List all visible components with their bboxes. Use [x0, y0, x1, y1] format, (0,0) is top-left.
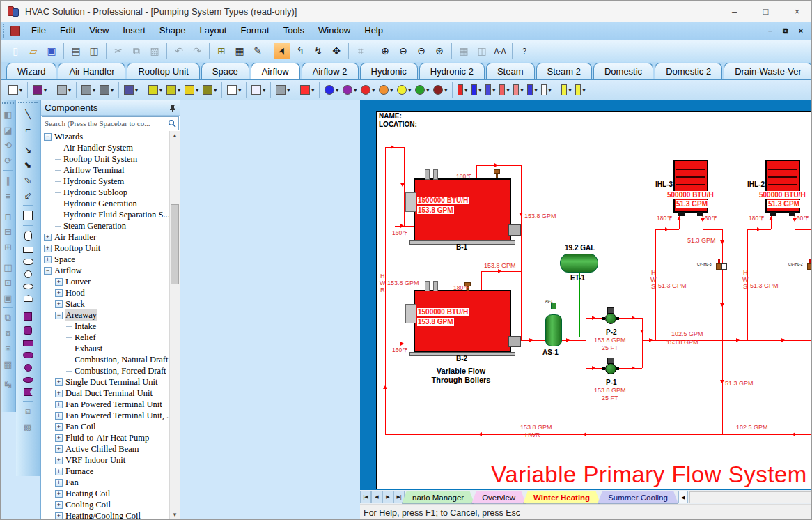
menu-view[interactable]: View [82, 22, 116, 40]
print-preview-button[interactable]: ◫ [86, 43, 102, 59]
tab-space[interactable]: Space [201, 63, 249, 79]
menu-shape[interactable]: Shape [153, 22, 193, 40]
expand-icon[interactable]: + [55, 378, 63, 386]
expand-icon[interactable]: + [55, 468, 63, 475]
minimize-button[interactable]: – [719, 1, 750, 22]
expand-icon[interactable]: + [55, 490, 63, 498]
menu-tools[interactable]: Tools [276, 22, 311, 40]
accessory-1-button[interactable]: ▾ [560, 82, 572, 98]
tree-item-fan-powered-terminal-unit[interactable]: +Fan Powered Terminal Unit [41, 399, 170, 410]
tree-item-hydronic-subloop[interactable]: Hydronic Subloop [41, 187, 170, 198]
mdi-minimize-button[interactable]: – [763, 24, 778, 37]
sheet-tab-scroll-left[interactable]: ◀ [678, 491, 688, 503]
tree-scrollbar[interactable]: ▲ ▼ [169, 131, 180, 520]
valve-relief-button[interactable]: ▾ [526, 82, 538, 98]
tree-item-furnace[interactable]: +Furnace [41, 466, 170, 477]
unit-blue-button[interactable]: ▾ [250, 82, 267, 98]
collapse-icon[interactable]: − [55, 312, 63, 319]
menu-edit[interactable]: Edit [53, 22, 82, 40]
same-width-icon[interactable]: ◫ [3, 261, 14, 273]
scroll-down-icon[interactable]: ▼ [170, 510, 180, 520]
menu-layout[interactable]: Layout [192, 22, 233, 40]
tree-item-combustion-forced-draft[interactable]: Combustion, Forced Draft [41, 365, 170, 376]
grille-button[interactable]: ▾ [80, 82, 97, 98]
pump-purple-button[interactable]: ▾ [341, 82, 358, 98]
menu-window[interactable]: Window [311, 22, 357, 40]
coil-unit-button[interactable]: ▾ [201, 82, 218, 98]
send-back-icon[interactable]: ▩ [3, 358, 14, 369]
same-height-icon[interactable]: ⊡ [3, 277, 14, 288]
tab-air-handler[interactable]: Air Handler [58, 63, 125, 79]
close-button[interactable]: × [781, 1, 812, 22]
filled-ellipse[interactable] [23, 377, 33, 383]
expand-icon[interactable]: + [44, 245, 52, 252]
pill-tool[interactable] [23, 259, 33, 265]
expand-icon[interactable]: + [44, 234, 52, 241]
expand-icon[interactable]: + [55, 401, 63, 408]
line-tool[interactable]: ╲ [22, 108, 33, 119]
tree-item-steam-generation[interactable]: Steam Generation [41, 220, 170, 231]
match-case-button[interactable]: A·A [492, 43, 508, 59]
isolation-valve[interactable] [494, 169, 500, 178]
control-valve-cv-ihl-3[interactable] [716, 261, 728, 270]
tab-drain-waste-ver[interactable]: Drain-Waste-Ver [724, 63, 812, 79]
pin-icon[interactable] [169, 104, 176, 112]
align-bottom-icon[interactable]: ◪ [3, 124, 14, 135]
pump-orange-button[interactable]: ▾ [377, 82, 394, 98]
scroll-up-icon[interactable]: ▲ [170, 131, 180, 141]
tree-item-vrf-indoor-unit[interactable]: +VRF Indoor Unit [41, 454, 170, 466]
tab-rooftop-unit[interactable]: Rooftop Unit [127, 63, 199, 79]
terminal-unit-2-button[interactable]: ▾ [165, 82, 182, 98]
pattern-tool[interactable]: ▩ [22, 421, 33, 432]
tree-item-fan[interactable]: +Fan [41, 477, 170, 488]
rotate-right-icon[interactable]: ⟳ [3, 155, 14, 166]
menu-file[interactable]: File [24, 22, 53, 40]
tree-item-heating-cooling-coil[interactable]: +Heating/Cooling Coil [41, 510, 170, 520]
collapse-icon[interactable]: − [44, 267, 52, 275]
align-left-icon[interactable]: ◧ [3, 109, 14, 120]
polygon-tool[interactable] [24, 295, 33, 302]
tree-item-areaway[interactable]: −Areaway [41, 309, 170, 321]
group-tool[interactable]: ⧈ [22, 406, 33, 417]
pump-green-button[interactable]: ▾ [414, 82, 430, 98]
tab-domestic-2[interactable]: Domestic 2 [655, 63, 722, 79]
tab-steam[interactable]: Steam [486, 63, 535, 79]
tree-item-air-handler[interactable]: +Air Handler [41, 231, 170, 243]
bring-forward-icon[interactable]: ⧉ [3, 312, 14, 323]
zoom-out-button[interactable]: ⊖ [395, 43, 412, 59]
first-sheet-button[interactable]: |◀ [360, 491, 371, 503]
distribute-v-icon[interactable]: ≡ [3, 190, 14, 201]
circle-tool[interactable] [24, 270, 32, 278]
bring-front-icon[interactable]: ⧈ [3, 343, 14, 354]
tree-item-airflow[interactable]: −Airflow [41, 265, 170, 276]
collapse-icon[interactable]: − [44, 133, 52, 141]
mdi-close-button[interactable]: × [793, 24, 809, 37]
tree-item-dual-duct-terminal-unit[interactable]: +Dual Duct Terminal Unit [41, 388, 170, 399]
format-painter-button[interactable]: ✎ [249, 43, 266, 59]
calculator-button[interactable]: ▦ [231, 43, 248, 59]
equipment-button[interactable]: ▾ [274, 82, 291, 98]
expand-icon[interactable]: + [44, 256, 52, 263]
tree-item-airflow-terminal[interactable]: Airflow Terminal [41, 165, 170, 176]
open-button[interactable]: ▱ [25, 43, 42, 59]
accessory-2-button[interactable]: ▾ [574, 82, 586, 98]
prev-sheet-button[interactable]: ◀ [371, 491, 382, 503]
damper-button[interactable]: ▾ [56, 82, 72, 98]
connector-tool-button[interactable]: ↰ [292, 43, 309, 59]
tab-hydronic-2[interactable]: Hydronic 2 [419, 63, 485, 79]
filled-flag[interactable] [24, 388, 33, 396]
expand-icon[interactable]: + [55, 289, 63, 297]
filled-circle[interactable] [24, 364, 32, 372]
tab-domestic[interactable]: Domestic [593, 63, 653, 79]
mdi-restore-button[interactable]: ⧉ [778, 24, 793, 37]
tree-item-active-chilled-beam[interactable]: +Active Chilled Beam [41, 443, 170, 454]
smart-connector-tool-button[interactable]: ↯ [310, 43, 327, 59]
terminal-unit-button[interactable]: ▾ [147, 82, 164, 98]
sheet-button[interactable]: ▾ [7, 82, 24, 98]
air-vent-av-1[interactable] [551, 303, 556, 309]
valve-red-button[interactable]: ▾ [456, 82, 469, 98]
filled-square[interactable] [24, 312, 32, 321]
air-separator-as-1[interactable] [545, 314, 562, 346]
tree-item-intake[interactable]: Intake [41, 321, 170, 332]
tree-item-single-duct-terminal-unit[interactable]: +Single Duct Terminal Unit [41, 376, 170, 388]
